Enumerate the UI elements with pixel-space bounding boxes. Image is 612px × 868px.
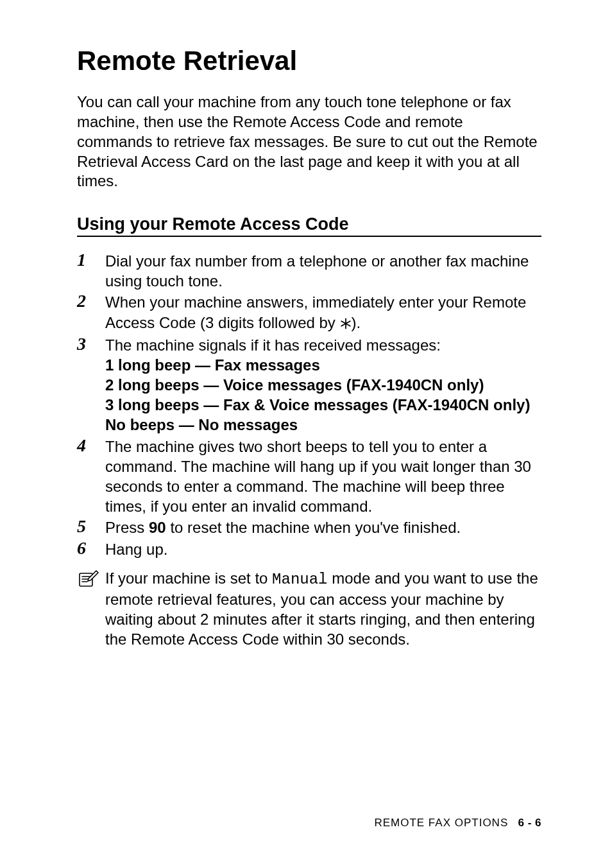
step-text: Press 90 to reset the machine when you'v… xyxy=(105,517,541,537)
step-text: The machine signals if it has received m… xyxy=(105,335,541,355)
step-5: 5 Press 90 to reset the machine when you… xyxy=(77,517,541,537)
step-number: 3 xyxy=(77,335,105,353)
step-number: 1 xyxy=(77,251,105,269)
step-number: 4 xyxy=(77,437,105,455)
page-footer: REMOTE FAX OPTIONS 6 - 6 xyxy=(374,817,541,829)
text-part: Press xyxy=(105,519,149,536)
step-body: The machine gives two short beeps to tel… xyxy=(105,437,541,517)
step-body: The machine signals if it has received m… xyxy=(105,335,541,435)
step-number: 6 xyxy=(77,539,105,557)
text-part: When your machine answers, immediately e… xyxy=(105,293,526,331)
step-6: 6 Hang up. xyxy=(77,539,541,559)
beep-signal-none: No beeps — No messages xyxy=(105,415,541,435)
step-text: The machine gives two short beeps to tel… xyxy=(105,437,541,517)
step-number: 5 xyxy=(77,517,105,535)
step-3: 3 The machine signals if it has received… xyxy=(77,335,541,435)
step-2: 2 When your machine answers, immediately… xyxy=(77,292,541,333)
beep-signal-1: 1 long beep — Fax messages xyxy=(105,355,541,375)
footer-section: REMOTE FAX OPTIONS xyxy=(374,817,508,829)
beep-signal-2: 2 long beeps — Voice messages (FAX-1940C… xyxy=(105,375,541,395)
note-block: If your machine is set to Manual mode an… xyxy=(77,568,541,650)
note-body: If your machine is set to Manual mode an… xyxy=(105,568,541,650)
footer-page-number: 6 - 6 xyxy=(518,817,541,829)
text-part: to reset the machine when you've finishe… xyxy=(166,519,461,536)
step-text: Dial your fax number from a telephone or… xyxy=(105,251,541,291)
star-key-icon xyxy=(340,314,352,334)
reset-code: 90 xyxy=(149,519,166,536)
intro-paragraph: You can call your machine from any touch… xyxy=(77,92,541,191)
step-text: When your machine answers, immediately e… xyxy=(105,292,541,333)
step-body: Hang up. xyxy=(105,539,541,559)
note-icon xyxy=(77,568,105,591)
step-list: 1 Dial your fax number from a telephone … xyxy=(77,251,541,559)
step-text: Hang up. xyxy=(105,539,541,559)
beep-signal-3: 3 long beeps — Fax & Voice messages (FAX… xyxy=(105,395,541,415)
step-body: Dial your fax number from a telephone or… xyxy=(105,251,541,291)
note-text-part: If your machine is set to xyxy=(105,569,272,587)
manual-mode-literal: Manual xyxy=(272,571,327,588)
subheading: Using your Remote Access Code xyxy=(77,214,541,237)
step-body: Press 90 to reset the machine when you'v… xyxy=(105,517,541,537)
step-1: 1 Dial your fax number from a telephone … xyxy=(77,251,541,291)
step-number: 2 xyxy=(77,292,105,310)
step-4: 4 The machine gives two short beeps to t… xyxy=(77,437,541,517)
page-title: Remote Retrieval xyxy=(77,45,541,77)
step-body: When your machine answers, immediately e… xyxy=(105,292,541,333)
text-part: ). xyxy=(352,314,361,331)
